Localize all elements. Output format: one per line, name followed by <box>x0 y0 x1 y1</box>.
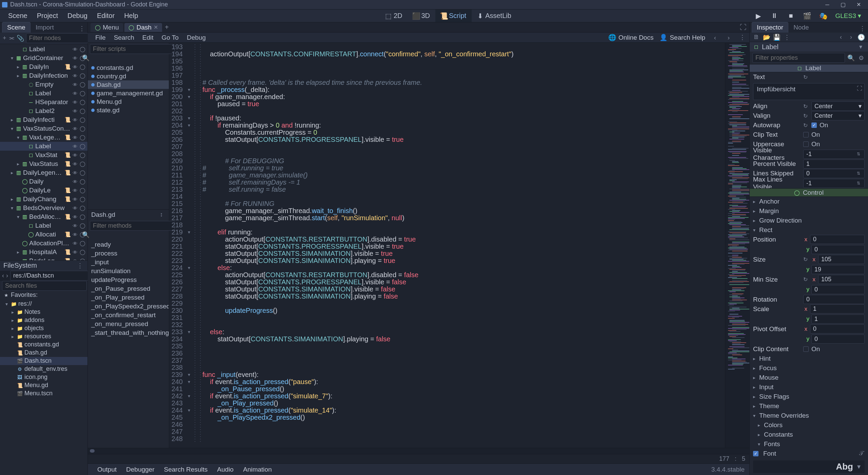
revert-icon[interactable]: ↻ <box>803 122 809 129</box>
caret-icon[interactable]: ▾ <box>9 206 14 210</box>
add-scene-button[interactable]: + <box>163 24 170 31</box>
script-menu-file[interactable]: File <box>91 33 110 42</box>
caret-icon[interactable] <box>16 47 20 52</box>
minimize-button[interactable]: ─ <box>820 1 835 9</box>
gutter[interactable]: ⋮ <box>192 328 197 336</box>
scene-tab[interactable]: ◯Dash✕ <box>124 23 162 32</box>
revert-icon[interactable]: ↻ <box>803 74 809 80</box>
gutter[interactable]: ⋮ <box>192 72 197 79</box>
mode-2d[interactable]: ⬚2D <box>380 10 408 22</box>
gutter[interactable]: ⋮ <box>192 86 197 93</box>
mode-3d[interactable]: ⬛3D <box>408 10 435 22</box>
visibility-icon[interactable]: 👁 <box>72 161 78 167</box>
lock-icon[interactable]: ◯ <box>79 161 85 167</box>
method-item[interactable]: _on_PlaySpeedx2_pressed <box>88 302 169 311</box>
visibility-icon[interactable]: 👁 <box>72 214 78 220</box>
font-preview[interactable]: Abg▾ <box>753 460 865 473</box>
gutter[interactable]: ⋮ <box>192 186 197 193</box>
group-size-flags[interactable]: ▸Size Flags <box>750 392 868 401</box>
code-editor[interactable]: 193⋮⋮194⋮⋮ actionOutput[CONSTANTS.CONFIR… <box>169 43 725 448</box>
gutter[interactable]: ⋮ <box>192 400 197 407</box>
caret-icon[interactable] <box>22 100 26 104</box>
visibility-icon[interactable]: 👁 <box>72 143 78 149</box>
revert-icon[interactable]: ↻ <box>803 103 809 110</box>
caret-icon[interactable] <box>22 144 26 149</box>
gutter[interactable]: ⋮ <box>192 51 197 58</box>
tree-node[interactable]: ◯AllocationPlaceH👁◯ <box>0 239 87 248</box>
visibility-icon[interactable]: 👁 <box>72 170 78 176</box>
fs-forward-button[interactable]: › <box>6 272 8 280</box>
code-line[interactable]: 215⋮⋮ # For RUNNING <box>169 200 725 207</box>
code-minimap[interactable] <box>725 43 749 448</box>
position-x-input[interactable]: 0 <box>810 235 865 244</box>
scale-x-input[interactable]: 1 <box>810 304 865 314</box>
maxlines-input[interactable]: -1⇅ <box>803 179 865 188</box>
group-margin[interactable]: ▸Margin <box>750 206 868 216</box>
visibility-icon[interactable]: 👁 <box>72 187 78 193</box>
filter-scripts-input[interactable] <box>90 44 175 54</box>
group-theme-overrides[interactable]: ▾Theme Overrides <box>750 411 868 420</box>
history-back-icon[interactable]: ‹ <box>837 33 845 41</box>
font-override-checkbox[interactable]: ✓ <box>753 451 758 456</box>
vischar-input[interactable]: -1⇅ <box>803 150 865 159</box>
code-line[interactable]: 194⋮⋮ actionOutput[CONSTANTS.CONFIRMREST… <box>169 51 725 58</box>
script-icon[interactable]: 📜 <box>64 231 71 238</box>
rotation-input[interactable]: 0 <box>803 295 865 304</box>
caret-icon[interactable] <box>22 91 26 96</box>
lock-icon[interactable]: ◯ <box>79 240 85 246</box>
code-line[interactable]: 247⋮⋮ <box>169 428 725 435</box>
tree-node[interactable]: ▾▥BedAllocationCo📜👁◯ <box>0 212 87 221</box>
tree-node[interactable]: ▸▥DailyInfecti📜👁◯ <box>0 115 87 124</box>
fold-icon[interactable]: ▾ <box>186 264 192 271</box>
code-line[interactable]: 225⋮⋮ actionOutput[CONSTANTS.RESTARTBUTT… <box>169 271 725 279</box>
scale-y-input[interactable]: 1 <box>811 315 865 324</box>
method-item[interactable]: _on_menu_pressed <box>88 320 169 328</box>
lock-icon[interactable]: ◯ <box>79 258 85 260</box>
method-item[interactable]: _on_Play_pressed <box>88 293 169 302</box>
gutter[interactable]: ⋮ <box>192 108 197 115</box>
tab-node[interactable]: Node <box>788 22 814 33</box>
tree-node[interactable]: ▸▥VaxStatus📜👁◯ <box>0 159 87 168</box>
gutter[interactable]: ⋮ <box>192 150 197 157</box>
gutter[interactable]: ⋮ <box>192 214 197 222</box>
code-line[interactable]: 221⋮⋮ statOutput[CONSTANTS.PROGRESSPANEL… <box>169 243 725 250</box>
nav-forward-button[interactable]: › <box>725 34 732 41</box>
lock-icon[interactable]: ◯ <box>79 134 85 140</box>
menu-scene[interactable]: Scene <box>3 10 32 22</box>
gutter[interactable]: ⋮ <box>192 250 197 257</box>
scene-tab[interactable]: ◯Menu <box>91 23 123 32</box>
method-item[interactable]: _process <box>88 249 169 258</box>
menu-editor[interactable]: Editor <box>92 10 119 22</box>
script-item[interactable]: Dash.gd <box>88 80 169 89</box>
code-line[interactable]: 198⋮⋮# Called every frame. 'delta' is th… <box>169 79 725 86</box>
expand-icon[interactable]: ⛶ <box>857 86 862 92</box>
history-menu-icon[interactable]: 🕓 <box>857 33 865 41</box>
history-fwd-icon[interactable]: › <box>847 33 855 41</box>
caret-icon[interactable]: ▾ <box>16 259 20 260</box>
tree-node[interactable]: ◻Label👁◯ <box>0 89 87 98</box>
gutter[interactable]: ⋮ <box>192 435 197 442</box>
group-input[interactable]: ▸Input <box>750 382 868 392</box>
code-line[interactable]: 234⋮⋮ statOutput[CONSTANTS.SIMANIMATION]… <box>169 336 725 343</box>
renderer-dropdown[interactable]: GLES3 ▾ <box>835 12 861 20</box>
fs-item[interactable]: ▾📁res:// <box>0 300 87 308</box>
methods-list[interactable]: _ready_process_inputrunSimulationupdateP… <box>88 240 169 448</box>
gutter[interactable]: ⋮ <box>192 343 197 350</box>
lock-icon[interactable]: ◯ <box>79 126 85 132</box>
menu-debug[interactable]: Debug <box>63 10 92 22</box>
lock-icon[interactable]: ◯ <box>79 152 85 158</box>
position-y-input[interactable]: 0 <box>811 245 865 254</box>
fold-icon[interactable]: ▾ <box>186 371 192 378</box>
caret-icon[interactable]: ▸ <box>16 162 20 166</box>
code-line[interactable]: 201⋮⋮ paused = true <box>169 100 725 108</box>
lock-icon[interactable]: ◯ <box>79 108 85 114</box>
gutter[interactable]: ⋮ <box>192 43 197 51</box>
fs-item[interactable]: 📜Dash.gd <box>0 349 87 357</box>
gutter[interactable]: ⋮ <box>192 193 197 200</box>
fs-item[interactable]: ▸📁resources <box>0 332 87 341</box>
tree-node[interactable]: ◻Label👁◯ <box>0 142 87 151</box>
filesystem-menu-icon[interactable]: ⋮ <box>76 262 84 270</box>
script-settings-icon[interactable]: ⋮ <box>738 34 746 41</box>
method-item[interactable]: _ready <box>88 240 169 249</box>
group-hint[interactable]: ▸Hint <box>750 354 868 363</box>
